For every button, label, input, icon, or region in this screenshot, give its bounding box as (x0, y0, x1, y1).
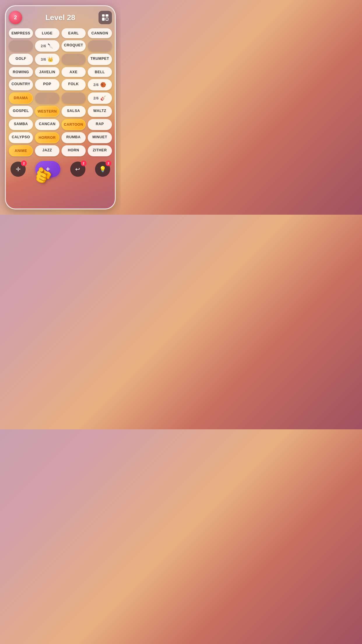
word-label-earl: EARL (68, 31, 79, 35)
word-pill-western[interactable]: WESTERN (35, 106, 59, 117)
word-label-rap: RAP (96, 122, 104, 126)
word-label-anime: ANIME (15, 149, 27, 153)
word-label-samba: SAMBA (14, 122, 28, 126)
word-label-cannon: CANNON (91, 31, 108, 35)
word-pill-progress4[interactable]: 2/6🎸 (88, 92, 112, 104)
word-label-bell: BELL (95, 70, 105, 74)
word-pill-cancan[interactable]: CANCAN (35, 119, 59, 130)
word-pill-trumpet[interactable]: TRUMPET (88, 54, 112, 65)
word-pill-cannon[interactable]: CANNON (88, 28, 112, 38)
progress-emoji-progress4: 🎸 (100, 95, 106, 101)
grid-icon (102, 14, 108, 21)
word-pill-earl[interactable]: EARL (61, 28, 86, 38)
word-label-axe: AXE (70, 70, 78, 74)
word-pill-progress2[interactable]: 3/6👑 (35, 54, 59, 65)
word-pill-anime[interactable]: ANIME (9, 145, 33, 156)
word-pill-gospel[interactable]: GOSPEL (9, 106, 33, 117)
word-label-golf: GOLF (15, 57, 26, 61)
lives-badge: 2 (9, 11, 22, 24)
word-label-cartoon: CARTOON (64, 123, 83, 127)
word-pill-samba[interactable]: SAMBA (9, 119, 33, 130)
word-label-trumpet: TRUMPET (90, 57, 109, 61)
word-label-pop: POP (43, 82, 51, 86)
word-label-minuet: MINUET (92, 135, 107, 139)
word-pill-empty2[interactable] (88, 40, 112, 52)
progress-icon-progress1: 2/6 (41, 44, 46, 48)
word-label-croquet: CROQUET (64, 43, 83, 47)
word-pill-cartoon[interactable]: CARTOON (61, 119, 86, 130)
word-pill-calypso[interactable]: CALYPSO (9, 132, 33, 143)
word-pill-bell[interactable]: BELL (88, 67, 112, 77)
word-label-zither: ZITHER (93, 148, 107, 152)
word-label-western: WESTERN (38, 109, 57, 113)
word-pill-javelin[interactable]: JAVELIN (35, 67, 59, 77)
word-pill-rowing[interactable]: ROWING (9, 67, 33, 77)
word-pill-pop[interactable]: POP (35, 79, 59, 90)
word-pill-empty1[interactable] (9, 40, 33, 52)
menu-button[interactable] (99, 11, 112, 24)
word-label-cancan: CANCAN (39, 122, 55, 126)
level-title: Level 28 (45, 13, 75, 22)
word-label-drama: DRAMA (14, 96, 28, 100)
progress-icon-progress4: 2/6 (94, 96, 99, 100)
hint-badge: 2 (106, 160, 111, 166)
word-label-rumba: RUMBA (66, 135, 81, 139)
word-label-country: COUNTRY (11, 82, 30, 86)
progress-icon-progress2: 3/6 (41, 57, 46, 62)
word-label-folk: FOLK (68, 82, 79, 86)
word-pill-rap[interactable]: RAP (88, 119, 112, 130)
word-pill-folk[interactable]: FOLK (61, 79, 86, 90)
word-pill-horn[interactable]: HORN (61, 145, 86, 156)
word-pill-progress3[interactable]: 2/6🏀 (88, 79, 112, 90)
phone-container: 2 Level 28 EMPRESSLUGEEARLCANNON2/6🔪CROQ… (5, 5, 116, 209)
header: 2 Level 28 (9, 11, 112, 24)
word-pill-golf[interactable]: GOLF (9, 54, 33, 65)
hint-button[interactable]: 💡 2 (95, 162, 110, 177)
word-label-horn: HORN (68, 148, 79, 152)
move-button[interactable]: ✛ 2 (10, 162, 26, 177)
word-label-gospel: GOSPEL (13, 109, 29, 113)
undo-button[interactable]: ↩ 2 (70, 162, 85, 177)
word-pill-horror[interactable]: HORROR (35, 132, 59, 143)
word-pill-luge[interactable]: LUGE (35, 28, 59, 38)
progress-emoji-progress1: 🔪 (48, 43, 54, 49)
undo-badge: 2 (81, 160, 87, 166)
word-pill-salsa[interactable]: SALSA (61, 106, 86, 117)
move-icon: ✛ (16, 166, 21, 173)
toolbar: ✛ 2 + ↩ 2 💡 2 (9, 161, 112, 177)
hint-icon: 💡 (99, 166, 106, 173)
word-pill-jazz[interactable]: JAZZ (35, 145, 59, 156)
word-pill-progress1[interactable]: 2/6🔪 (35, 40, 59, 52)
word-pill-empty3[interactable] (61, 54, 86, 65)
lives-count: 2 (14, 15, 17, 21)
word-pill-zither[interactable]: ZITHER (88, 145, 112, 156)
word-pill-croquet[interactable]: CROQUET (61, 40, 86, 52)
progress-emoji-progress2: 👑 (48, 57, 54, 62)
word-label-salsa: SALSA (67, 109, 80, 113)
word-pill-empty5[interactable] (61, 92, 86, 104)
word-pill-waltz[interactable]: WALTZ (88, 106, 112, 117)
word-pill-minuet[interactable]: MINUET (88, 132, 112, 143)
progress-emoji-progress3: 🏀 (100, 82, 106, 88)
word-pill-country[interactable]: COUNTRY (9, 79, 33, 90)
word-pill-drama[interactable]: DRAMA (9, 92, 33, 104)
word-label-jazz: JAZZ (42, 148, 52, 152)
word-label-calypso: CALYPSO (12, 135, 30, 139)
move-badge: 2 (21, 160, 27, 166)
word-label-horror: HORROR (39, 136, 56, 140)
word-pill-rumba[interactable]: RUMBA (61, 132, 86, 143)
word-label-rowing: ROWING (13, 70, 29, 74)
word-label-empress: EMPRESS (11, 31, 30, 35)
word-label-javelin: JAVELIN (39, 70, 55, 74)
word-pill-empty4[interactable] (35, 92, 59, 104)
undo-icon: ↩ (75, 166, 80, 173)
word-label-luge: LUGE (42, 31, 53, 35)
word-label-waltz: WALTZ (93, 109, 106, 113)
progress-icon-progress3: 2/6 (94, 83, 99, 87)
word-grid: EMPRESSLUGEEARLCANNON2/6🔪CROQUETGOLF3/6👑… (9, 28, 112, 156)
word-pill-axe[interactable]: AXE (61, 67, 86, 77)
word-pill-empress[interactable]: EMPRESS (9, 28, 33, 38)
